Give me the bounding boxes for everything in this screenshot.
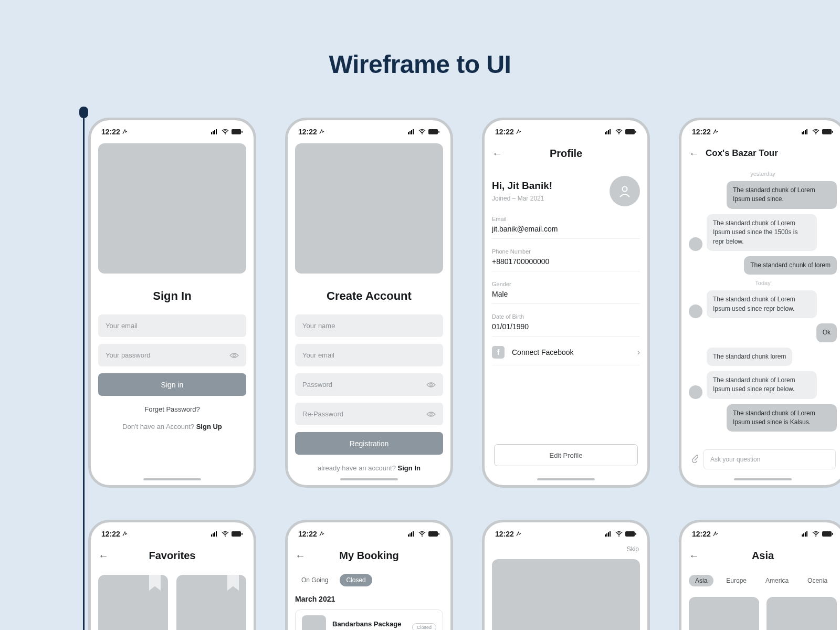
status-time: 12:22 xyxy=(101,530,128,538)
eye-icon[interactable] xyxy=(426,382,436,388)
facebook-icon: f xyxy=(492,346,505,359)
svg-point-29 xyxy=(815,133,816,134)
tab-ongoing[interactable]: On Going xyxy=(295,574,334,586)
svg-rect-1 xyxy=(213,131,214,134)
message-in: The standard chunk of Lorem Ipsum used s… xyxy=(689,290,837,318)
phone-onboarding: 12:22 Skip xyxy=(482,520,650,630)
region-chip-europe[interactable]: Europe xyxy=(720,575,753,586)
skip-link[interactable]: Skip xyxy=(492,545,639,553)
favorite-card[interactable] xyxy=(176,575,246,630)
svg-rect-3 xyxy=(216,129,217,134)
phone-profile: 12:22 ← Profile Hi, Jit Banik! Joined – … xyxy=(482,118,650,488)
svg-rect-31 xyxy=(832,131,833,133)
wifi-icon xyxy=(418,531,426,537)
region-chip-asia[interactable]: Asia xyxy=(689,575,713,586)
svg-rect-8 xyxy=(408,132,409,134)
eye-icon[interactable] xyxy=(426,411,436,417)
svg-rect-32 xyxy=(211,534,212,537)
svg-rect-59 xyxy=(832,533,833,535)
svg-rect-27 xyxy=(805,130,806,134)
signup-link[interactable]: Sign Up xyxy=(196,423,222,430)
bookmark-icon[interactable] xyxy=(149,575,161,591)
signal-icon xyxy=(605,531,613,537)
wifi-icon xyxy=(812,531,820,537)
battery-icon xyxy=(428,531,440,537)
chat-day-label: yesterday xyxy=(689,171,837,177)
status-bar: 12:22 xyxy=(98,125,246,138)
back-icon[interactable]: ← xyxy=(689,148,702,160)
connect-facebook-row[interactable]: f Connect Facebook › xyxy=(492,346,640,365)
svg-rect-52 xyxy=(635,533,636,535)
svg-rect-51 xyxy=(625,531,635,537)
svg-rect-5 xyxy=(232,129,241,134)
status-icons xyxy=(605,129,637,134)
region-chip-ocenia[interactable]: Ocenia xyxy=(801,575,834,586)
svg-rect-10 xyxy=(411,130,412,134)
svg-rect-23 xyxy=(635,131,636,133)
password-field[interactable]: Password xyxy=(295,373,443,396)
forgot-password-link[interactable]: Forget Password? xyxy=(98,405,246,413)
svg-rect-22 xyxy=(625,129,635,134)
screen-title: Favorites xyxy=(98,550,246,562)
signal-icon xyxy=(211,531,219,537)
email-field[interactable]: Your email xyxy=(98,314,246,337)
name-field[interactable]: Your name xyxy=(295,314,443,337)
page-title: Wireframe to UI xyxy=(0,0,840,79)
svg-point-15 xyxy=(430,383,433,386)
signup-prompt: Don't have an Account? Sign Up xyxy=(98,423,246,430)
svg-point-24 xyxy=(623,187,627,192)
phone-signin: 12:22 Sign In Your email Your password S… xyxy=(88,118,256,488)
svg-point-57 xyxy=(815,536,816,537)
svg-rect-53 xyxy=(802,534,803,537)
svg-rect-9 xyxy=(410,131,411,134)
phone-signup: 12:22 Create Account Your name Your emai… xyxy=(285,118,453,488)
svg-rect-6 xyxy=(242,131,243,133)
svg-rect-48 xyxy=(608,532,609,537)
favorite-card[interactable] xyxy=(98,575,168,630)
password-field[interactable]: Your password xyxy=(98,344,246,366)
svg-rect-42 xyxy=(413,531,414,537)
status-bar: 12:22 xyxy=(492,125,640,138)
battery-icon xyxy=(822,129,834,134)
repassword-field[interactable]: Re-Password xyxy=(295,403,443,425)
status-icons xyxy=(211,531,243,537)
profile-greeting: Hi, Jit Banik! xyxy=(492,180,552,192)
timeline-line xyxy=(83,108,85,630)
eye-icon[interactable] xyxy=(229,352,239,359)
attachment-icon[interactable] xyxy=(690,454,698,466)
bookmark-icon[interactable] xyxy=(227,575,239,591)
chat-day-label: Today xyxy=(689,280,837,286)
battery-icon xyxy=(625,129,637,134)
chevron-right-icon: › xyxy=(637,348,640,357)
svg-rect-45 xyxy=(438,533,439,535)
message-in: The standard chunk of Lorem Ipsum used s… xyxy=(689,371,837,399)
signin-button[interactable]: Sign in xyxy=(98,373,246,396)
hero-image-placeholder xyxy=(295,143,443,274)
status-icons xyxy=(211,129,243,134)
region-card[interactable] xyxy=(689,597,759,630)
edit-profile-button[interactable]: Edit Profile xyxy=(494,444,638,466)
battery-icon xyxy=(232,531,243,537)
svg-rect-17 xyxy=(605,132,606,134)
signal-icon xyxy=(408,129,416,134)
chat-input[interactable]: Ask your question xyxy=(704,449,836,469)
email-field[interactable]: Your email xyxy=(295,344,443,366)
svg-rect-54 xyxy=(803,533,804,537)
phone-region: 12:22 ← Asia Asia Europe America Ocenia xyxy=(679,520,840,630)
svg-point-43 xyxy=(422,536,423,537)
signin-link[interactable]: Sign In xyxy=(398,464,421,472)
register-button[interactable]: Registration xyxy=(295,432,443,455)
battery-icon xyxy=(232,129,243,134)
wifi-icon xyxy=(615,129,623,134)
booking-card[interactable]: Bandarbans Package 2 Days 3 Night Closed xyxy=(295,610,443,630)
avatar[interactable] xyxy=(610,176,640,206)
status-icons xyxy=(605,531,637,537)
region-card[interactable] xyxy=(766,597,837,630)
region-chip-america[interactable]: America xyxy=(759,575,795,586)
status-icons xyxy=(802,531,834,537)
svg-rect-14 xyxy=(438,131,439,133)
info-row-dob: Date of Birth01/01/1990 xyxy=(492,313,640,337)
tab-closed[interactable]: Closed xyxy=(340,574,372,586)
svg-rect-55 xyxy=(805,532,806,537)
svg-point-12 xyxy=(422,133,423,134)
